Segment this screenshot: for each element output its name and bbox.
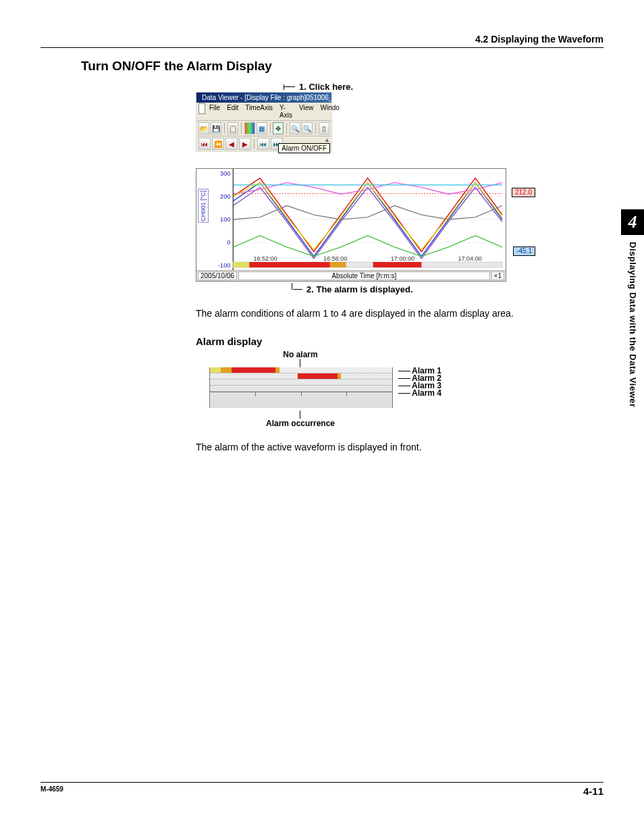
svg-rect-16 [373,262,422,267]
callout-alarm-displayed: 2. The alarm is displayed. [306,284,413,294]
menu-edit[interactable]: Edit [224,103,241,120]
next-icon[interactable]: ▶ [239,138,251,150]
svg-text:-100: -100 [218,262,230,269]
zoom-in-icon[interactable]: 🔍 [290,122,300,134]
open-icon[interactable]: 📂 [198,122,209,134]
copy-icon[interactable]: 📋 [227,122,238,134]
svg-text:0: 0 [227,239,230,246]
window-titlebar: Data Viewer - [Display File : graph]0510… [196,93,331,103]
menu-window[interactable]: Windo [318,103,342,120]
manual-id: M-4659 [41,785,63,797]
svg-text:16:52:00: 16:52:00 [253,255,277,262]
low-value-badge: -45.1 [513,246,535,256]
chapter-title: Displaying Data with the Data Viewer [628,242,638,407]
save-icon[interactable]: 💾 [211,122,221,134]
svg-rect-14 [249,262,330,267]
alarm-row-4: Alarm 4 [412,388,441,398]
chapter-number: 4 [621,209,644,235]
grid-icon[interactable]: ▦ [257,122,267,134]
x-axis-label: Absolute Time [h:m:s] [238,271,490,280]
alarm-track [209,367,393,408]
menu-file[interactable]: File [207,103,223,120]
system-menu-icon[interactable] [198,103,205,114]
menu-timeaxis[interactable]: TimeAxis [242,103,275,120]
alarm-occurrence-label: Alarm occurrence [266,419,335,428]
first-icon[interactable]: ⏮ [198,138,211,150]
alarm-tooltip: Alarm ON/OFF [278,143,330,153]
menu-view[interactable]: View [296,103,317,120]
body-text-2: The alarm of the active waveform is disp… [196,440,576,454]
date-label: 2005/10/06 [198,271,237,280]
header-section-title: 4.2 Displaying the Waveform [41,34,603,45]
svg-text:100: 100 [220,216,230,223]
data-viewer-window: Data Viewer - [Display File : graph]0510… [196,92,332,152]
callout-click-here: 1. Click here. [299,82,353,92]
doc-title: Turn ON/OFF the Alarm Display [81,59,603,74]
high-value-badge: 212.0 [512,188,535,197]
bar-icon[interactable]: ▯ [319,122,329,134]
skip-back-icon[interactable]: ⏮ [257,138,269,150]
cursor-icon[interactable]: ✥ [273,122,284,134]
page-number: 4-11 [583,785,603,797]
prev-page-icon[interactable]: ⏪ [212,138,224,150]
waveform-chart: CH001 [°C] 3002001000-10016:52:0016:56:0… [196,168,506,294]
svg-text:17:04:00: 17:04:00 [458,255,481,262]
svg-text:300: 300 [220,170,230,177]
prev-icon[interactable]: ◀ [225,138,238,150]
toolbar-main: 📂 💾 📋 ▦ ✥ 🔍 🔍 ▯ [196,120,331,136]
toolbar-nav: ⏮ ⏪ ◀ ▶ ⏮ ⏭ ▲ Alarm ON/OFF [196,136,331,151]
svg-text:17:00:00: 17:00:00 [391,255,414,262]
svg-rect-13 [233,262,249,267]
zoom-label: ×1 [491,271,504,280]
menubar: File Edit TimeAxis Y-Axis View Windo [196,103,331,120]
chapter-side-tab: 4 Displaying Data with the Data Viewer [621,209,644,407]
window-title: Data Viewer - [Display File : graph]0510… [202,94,331,101]
menu-yaxis[interactable]: Y-Axis [277,103,295,120]
svg-text:200: 200 [220,193,230,200]
alarm-display-title: Alarm display [196,336,576,347]
svg-text:16:56:00: 16:56:00 [323,255,347,262]
no-alarm-label: No alarm [283,350,317,359]
chart-canvas: 3002001000-10016:52:0016:56:0017:00:0017… [213,169,506,270]
zoom-out-icon[interactable]: 🔍 [302,122,313,134]
svg-rect-15 [330,262,346,267]
y-axis-label: CH001 [°C] [198,189,209,223]
color-icon[interactable] [244,122,255,134]
alarm-display-diagram: No alarm Alarm 1 Alarm 2 Alarm 3 Alarm 4 [196,350,425,428]
body-text-1: The alarm conditions of alarm 1 to 4 are… [196,307,576,321]
